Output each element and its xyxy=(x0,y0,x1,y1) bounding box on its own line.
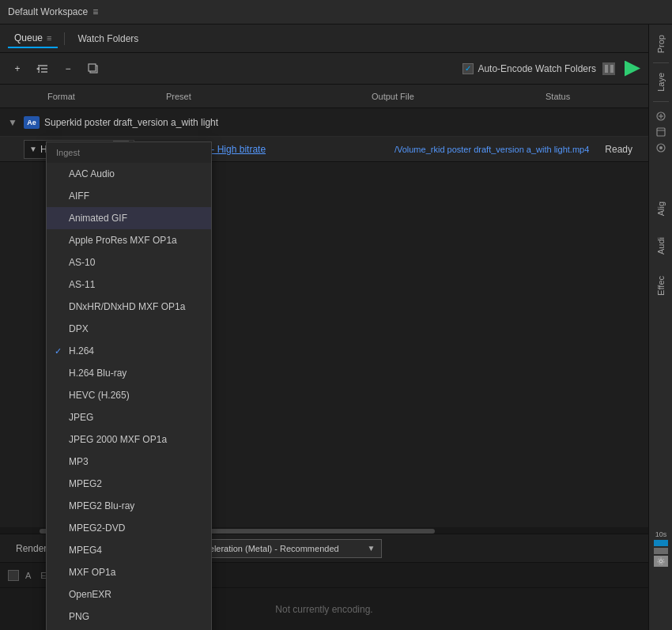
section-header-label: Ingest xyxy=(56,148,80,157)
dropdown-item-aiff[interactable]: AIFF xyxy=(47,185,211,207)
right-panel-audio-label[interactable]: Audi xyxy=(656,231,666,263)
dropdown-item-aac-audio[interactable]: AAC Audio xyxy=(47,163,211,185)
right-panel-icon-1 xyxy=(653,108,669,124)
timeline-bar-1 xyxy=(654,540,668,546)
dropdown-item-dnxhr[interactable]: DNxHR/DNxHD MXF OP1a xyxy=(47,296,211,318)
effect-label: Effec xyxy=(656,270,666,302)
dropdown-items-container: AAC AudioAIFFAnimated GIFApple ProRes MX… xyxy=(47,163,211,630)
reorder-button[interactable] xyxy=(33,59,52,78)
col-header-status: Status xyxy=(546,92,640,101)
dropdown-item-mpeg2-dvd[interactable]: MPEG2-DVD xyxy=(47,517,211,539)
svg-marker-0 xyxy=(36,66,40,71)
tab-queue-menu: ≡ xyxy=(47,33,51,43)
duplicate-button[interactable] xyxy=(84,59,103,78)
timeline-gear[interactable] xyxy=(654,556,668,567)
svg-rect-2 xyxy=(89,64,96,71)
auto-encode-label: Auto-Encode Watch Folders xyxy=(478,63,596,74)
dropdown-item-apple-prores[interactable]: Apple ProRes MXF OP1a xyxy=(47,229,211,251)
svg-point-10 xyxy=(659,560,663,563)
title-bar: Default Workspace ≡ xyxy=(0,0,672,25)
rpanel-divider-1 xyxy=(653,62,669,63)
dropdown-item-animated-gif[interactable]: Animated GIF xyxy=(47,207,211,229)
svg-point-9 xyxy=(659,146,663,149)
auto-encode-checkbox[interactable]: ✓ xyxy=(462,63,474,74)
dropdown-item-as-10[interactable]: AS-10 xyxy=(47,251,211,274)
ae-badge: Ae xyxy=(24,116,40,129)
timeline-10s: 10s xyxy=(655,530,667,538)
status-text: Not currently encoding. xyxy=(275,604,372,615)
dropdown-item-hevc[interactable]: HEVC (H.265) xyxy=(47,384,211,406)
checkbox-check-icon: ✓ xyxy=(465,64,471,73)
reorder-icon xyxy=(36,63,49,74)
menu-icon[interactable]: ≡ xyxy=(92,6,98,17)
right-panel-effect-label[interactable]: Effec xyxy=(656,270,666,304)
svg-point-11 xyxy=(658,558,664,564)
pause-bar-right xyxy=(610,65,613,73)
col-header-output: Output File xyxy=(372,92,546,101)
right-panel-align-label[interactable]: Alig xyxy=(656,195,666,224)
tab-watch-folders[interactable]: Watch Folders xyxy=(71,30,145,47)
dropdown-item-jpeg[interactable]: JPEG xyxy=(47,406,211,428)
format-dropdown-arrow-left: ▼ xyxy=(29,145,37,153)
tab-watch-folders-label: Watch Folders xyxy=(77,33,138,44)
dropdown-item-dpx[interactable]: DPX xyxy=(47,318,211,340)
main-content: Queue ≡ Watch Folders + − ✓ xyxy=(0,25,648,630)
right-panel-layer[interactable]: Laye xyxy=(656,66,666,98)
dropdown-item-as-11[interactable]: AS-11 xyxy=(47,274,211,296)
right-panel-icon-3 xyxy=(653,140,669,156)
dropdown-item-mpeg2-blu-ray[interactable]: MPEG2 Blu-ray xyxy=(47,495,211,517)
renderer-select-arrow-icon: ▼ xyxy=(367,544,375,553)
pause-button[interactable] xyxy=(602,62,615,75)
table-header: Format Preset Output File Status xyxy=(0,85,648,108)
queue-item-row[interactable]: ▼ Ae Superkid poster draft_version a_wit… xyxy=(0,108,648,137)
timeline-mini: 10s xyxy=(650,530,672,567)
output-link[interactable]: /Volume_rkid poster draft_version a_with… xyxy=(395,145,589,154)
play-button[interactable] xyxy=(625,61,640,77)
dropdown-item-h264[interactable]: H.264 xyxy=(47,340,211,362)
timeline-bar-2 xyxy=(654,548,668,554)
audio-label: Audi xyxy=(656,231,666,261)
col-header-preset: Preset xyxy=(166,92,372,101)
align-label: Alig xyxy=(656,195,666,222)
tab-queue[interactable]: Queue ≡ xyxy=(8,29,58,48)
right-panel-icon-2 xyxy=(653,124,669,140)
col-header-format: Format xyxy=(8,92,166,101)
auto-encode-section: ✓ Auto-Encode Watch Folders xyxy=(462,61,640,77)
rpanel-divider-2 xyxy=(653,101,669,102)
format-dropdown-menu: Ingest AAC AudioAIFFAnimated GIFApple Pr… xyxy=(46,141,212,630)
dropdown-item-mpeg2[interactable]: MPEG2 xyxy=(47,473,211,495)
svg-rect-6 xyxy=(657,128,665,136)
add-button[interactable]: + xyxy=(8,59,27,78)
right-panel: Prop Laye Alig Audi Effec 10s xyxy=(648,25,672,630)
queue-item-name: Superkid poster draft_version a_with lig… xyxy=(44,117,218,128)
dropdown-section-header: Ingest xyxy=(47,142,211,163)
tabs-bar: Queue ≡ Watch Folders xyxy=(0,25,648,53)
dropdown-item-jpeg2000[interactable]: JPEG 2000 MXF OP1a xyxy=(47,428,211,451)
encode-label: A xyxy=(25,571,31,580)
dropdown-item-openexr[interactable]: OpenEXR xyxy=(47,583,211,605)
dropdown-item-mxf-op1a[interactable]: MXF OP1a xyxy=(47,561,211,583)
dropdown-item-mpeg4[interactable]: MPEG4 xyxy=(47,539,211,561)
dropdown-item-h264-blu-ray[interactable]: H.264 Blu-ray xyxy=(47,362,211,384)
remove-button[interactable]: − xyxy=(59,59,77,78)
dropdown-item-png[interactable]: PNG xyxy=(47,605,211,628)
expand-icon[interactable]: ▼ xyxy=(8,117,24,128)
right-panel-prop[interactable]: Prop xyxy=(656,28,666,59)
dropdown-item-mp3[interactable]: MP3 xyxy=(47,451,211,473)
toolbar: + − ✓ Auto-Encode Watch Folders xyxy=(0,53,648,85)
tab-queue-label: Queue xyxy=(14,32,43,43)
auto-encode-checkbox-container[interactable]: ✓ Auto-Encode Watch Folders xyxy=(462,63,596,74)
tab-separator xyxy=(64,32,65,45)
pause-bar-left xyxy=(605,65,608,73)
encode-checkbox[interactable] xyxy=(8,570,19,581)
workspace-title: Default Workspace xyxy=(8,6,88,17)
duplicate-icon xyxy=(88,63,99,74)
status-ready: Ready xyxy=(605,144,632,155)
